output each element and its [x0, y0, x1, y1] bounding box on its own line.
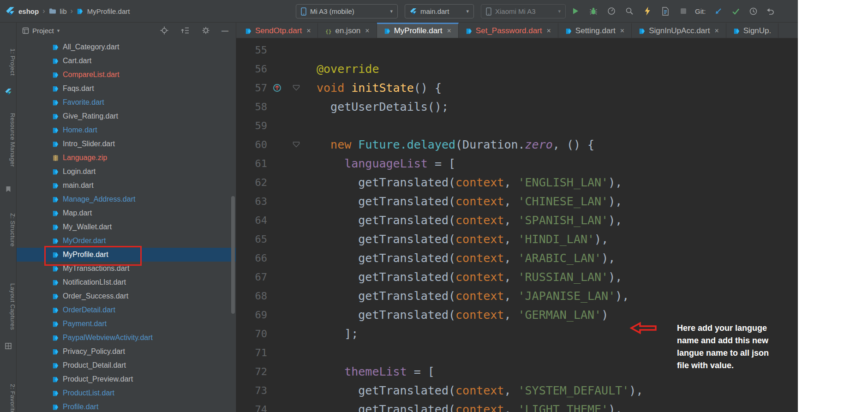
tree-item[interactable]: Privacy_Policy.dart [17, 345, 236, 358]
breadcrumb-file[interactable]: MyProfile.dart [87, 7, 130, 15]
overrides-icon[interactable] [272, 83, 282, 93]
breadcrumb-folder[interactable]: lib [60, 7, 67, 15]
editor-tab[interactable]: Set_Password.dart× [459, 23, 558, 38]
flutter-outline-button[interactable] [660, 6, 670, 16]
line-number: 67 [236, 268, 267, 287]
editor-tab[interactable]: MyProfile.dart× [377, 23, 459, 38]
line-number: 68 [236, 287, 267, 305]
tree-item[interactable]: Product_Detail.dart [17, 358, 236, 372]
tree-item[interactable]: CompareList.dart [17, 68, 236, 82]
target-device-value: Xiaomi Mi A3 [495, 7, 536, 15]
target-device-selector[interactable]: Xiaomi Mi A3 ▾ [481, 4, 566, 18]
rollback-button[interactable] [766, 6, 776, 16]
profiler-button[interactable] [606, 6, 617, 16]
collapse-all-button[interactable] [180, 25, 190, 36]
tree-item[interactable]: Give_Rating.dart [17, 109, 236, 123]
tool-window-button-2-favorites[interactable]: 2: Favorites [0, 384, 16, 412]
code-line: 73 getTranslated(context, 'SYSTEM_DEFAUL… [236, 381, 798, 400]
tree-item[interactable]: OrderDetail.dart [17, 303, 236, 317]
tree-scrollbar[interactable] [231, 196, 235, 314]
dart-file-icon [52, 141, 59, 148]
tree-item[interactable]: Login.dart [17, 165, 236, 179]
tree-item[interactable]: Profile.dart [17, 400, 236, 412]
tree-item[interactable]: Map.dart [17, 206, 236, 220]
code-line: 66 getTranslated(context, 'ARABIC_LAN'), [236, 249, 798, 268]
tree-item[interactable]: Language.zip [17, 151, 236, 165]
tree-item[interactable]: Product_Preview.dart [17, 372, 236, 386]
line-number: 59 [236, 116, 267, 135]
tool-window-button-resource-manager[interactable]: Resource Manager [0, 113, 16, 167]
close-icon[interactable]: × [620, 27, 624, 35]
tree-item[interactable]: My_Wallet.dart [17, 220, 236, 234]
tree-item-label: MyOrder.dart [63, 237, 106, 245]
editor-tab[interactable]: SignInUpAcc.dart× [632, 23, 726, 38]
tree-item[interactable]: PaypalWebviewActivity.dart [17, 331, 236, 345]
chevron-down-icon[interactable]: ▾ [57, 28, 60, 34]
app-inspector-button[interactable] [624, 6, 635, 16]
tool-window-button-z-structure[interactable]: Z: Structure [0, 213, 16, 247]
update-project-button[interactable] [713, 6, 723, 16]
settings-gear-button[interactable] [201, 25, 211, 36]
stop-button[interactable] [678, 6, 688, 16]
tree-item[interactable]: Cart.dart [17, 54, 236, 68]
debug-button[interactable] [588, 6, 599, 16]
build-variants-icon[interactable] [6, 186, 11, 192]
close-icon[interactable]: × [447, 27, 451, 35]
tree-item-label: Map.dart [63, 209, 92, 217]
line-number: 74 [236, 400, 267, 412]
history-button[interactable] [748, 6, 758, 16]
tree-item[interactable]: NotificationLIst.dart [17, 275, 236, 289]
run-config-value: main.dart [420, 7, 449, 15]
run-button[interactable] [570, 6, 581, 16]
annotation-arrow-icon [629, 321, 657, 335]
editor-tab[interactable]: SendOtp.dart× [238, 23, 318, 38]
line-number: 62 [236, 173, 267, 192]
fold-icon[interactable] [293, 85, 300, 91]
tree-item[interactable]: Favorite.dart [17, 96, 236, 109]
hide-panel-button[interactable]: — [221, 27, 228, 35]
editor-tab[interactable]: Setting.dart× [558, 23, 632, 38]
tree-item[interactable]: Intro_Slider.dart [17, 137, 236, 151]
tree-item[interactable]: Manage_Address.dart [17, 192, 236, 206]
dart-file-icon [52, 307, 59, 314]
tool-stripe-left: 1: ProjectResource ManagerZ: StructureLa… [0, 23, 17, 412]
layout-captures-icon[interactable] [5, 343, 12, 349]
device-selector[interactable]: Mi A3 (mobile) ▾ [296, 4, 398, 18]
line-number: 61 [236, 154, 267, 173]
project-tree: All_Category.dartCart.dartCompareList.da… [17, 38, 236, 412]
commit-button[interactable] [730, 6, 741, 16]
code-text: getUserDetails(); [317, 97, 449, 116]
run-config-selector[interactable]: main.dart ▾ [405, 4, 474, 18]
tree-item[interactable]: ProductList.dart [17, 386, 236, 400]
fold-icon[interactable] [293, 142, 300, 148]
close-icon[interactable]: × [365, 27, 369, 35]
code-text: getTranslated(context, 'JAPANISE_LAN'), [317, 287, 629, 305]
tree-item-label: ProductList.dart [63, 389, 114, 397]
tool-window-button-layout-captures[interactable]: Layout Captures [0, 283, 16, 330]
close-icon[interactable]: × [547, 27, 551, 35]
code-text: getTranslated(context, 'ARABIC_LAN'), [317, 249, 615, 268]
tree-item[interactable]: Faqs.dart [17, 82, 236, 96]
close-icon[interactable]: × [714, 27, 718, 35]
breadcrumb-project[interactable]: eshop [18, 7, 39, 15]
dart-file-icon [52, 321, 59, 328]
tree-item[interactable]: Home.dart [17, 123, 236, 137]
flutter-inspector-icon[interactable] [5, 88, 12, 95]
tree-item[interactable]: Order_Success.dart [17, 289, 236, 303]
project-panel-title[interactable]: Project [32, 27, 54, 35]
svg-text:{}: {} [325, 28, 332, 34]
locate-file-button[interactable] [159, 25, 169, 36]
line-number: 57 [236, 78, 267, 97]
tree-item[interactable]: main.dart [17, 179, 236, 192]
hot-reload-button[interactable] [642, 6, 652, 16]
editor-tab[interactable]: {}en.json× [318, 23, 377, 38]
code-line: 69 getTranslated(context, 'GERMAN_LAN') [236, 305, 798, 324]
editor-tab-bar: SendOtp.dart×{}en.json×MyProfile.dart×Se… [236, 23, 798, 38]
tool-window-button-1-project[interactable]: 1: Project [0, 48, 16, 76]
close-icon[interactable]: × [306, 27, 311, 35]
code-text: getTranslated(context, 'CHINESE_LAN'), [317, 192, 622, 211]
dart-file-icon [52, 44, 59, 51]
tree-item[interactable]: Payment.dart [17, 317, 236, 331]
tree-item[interactable]: All_Category.dart [17, 40, 236, 54]
editor-tab[interactable]: SignUp. [726, 23, 778, 38]
